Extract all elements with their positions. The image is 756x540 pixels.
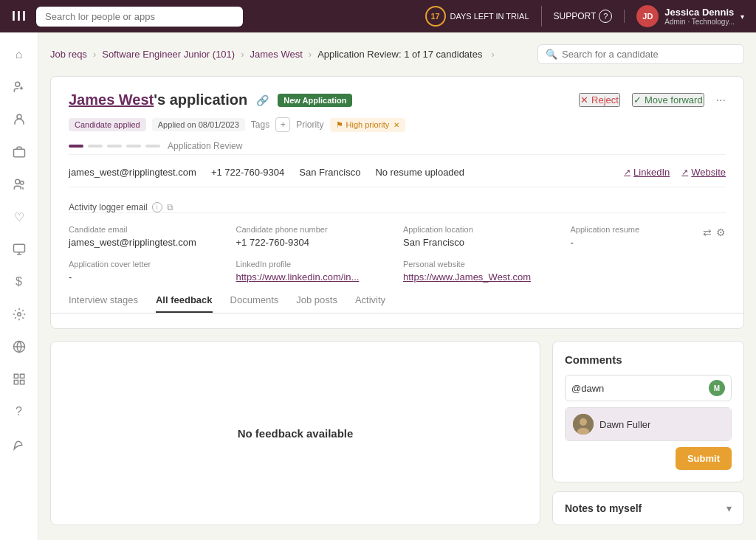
user-menu[interactable]: JD Jessica Dennis Admin · Technology... … [636,5,744,27]
svg-rect-10 [14,381,18,384]
logo-icon: III [12,9,27,24]
breadcrumb-candidate[interactable]: James West [250,49,303,60]
dawn-avatar-image [573,414,594,435]
svg-rect-11 [20,381,24,384]
sidebar-item-dollar[interactable]: $ [6,269,32,295]
tab-activity[interactable]: Activity [355,294,385,313]
candidate-search-input[interactable] [562,49,736,60]
stage-progress: Application Review [69,141,726,151]
stage-label: Application Review [168,141,242,151]
comments-card: Comments M [552,341,744,482]
sidebar-item-home[interactable]: ⌂ [6,41,32,68]
topbar: III 17 DAYS LEFT IN TRIAL SUPPORT ? JD J… [0,0,756,32]
notes-card[interactable]: Notes to myself ▾ [552,491,744,525]
checkmark-icon: ✓ [633,94,642,105]
activity-email-row: Activity logger email i ⧉ [69,196,726,212]
priority-tag: ⚑ High priority ✕ [330,118,406,132]
add-tag-button[interactable]: + [275,117,290,132]
tab-all-feedback[interactable]: All feedback [156,294,213,313]
search-icon: 🔍 [546,49,557,60]
svg-point-4 [20,181,24,185]
app-actions: ✕ Reject ✓ Move forward ··· [579,93,726,107]
mention-dropdown: Dawn Fuller [565,407,732,441]
detail-resume: Application resume - ⇄ ⚙ [571,225,726,248]
priority-flag-icon: ⚑ [336,120,343,130]
global-search-input[interactable] [36,7,243,27]
comments-title: Comments [565,353,732,366]
linkedin-link[interactable]: ↗ LinkedIn [624,167,670,178]
user-name: Jessica Dennis [664,7,735,18]
sidebar-item-add-person[interactable] [6,74,32,100]
content-row: No feedback available Comments M [50,341,744,525]
topbar-right: 17 DAYS LEFT IN TRIAL SUPPORT ? JD Jessi… [425,5,744,27]
breadcrumb-sep-3: › [309,49,312,60]
svg-rect-8 [14,374,18,378]
svg-point-1 [17,114,21,119]
candidate-name-link[interactable]: James West [69,91,154,108]
sidebar-item-settings[interactable] [6,301,32,328]
copy-icon[interactable]: ⧉ [167,202,173,212]
comment-input[interactable] [571,383,709,394]
sidebar-item-apps[interactable] [6,366,32,392]
layout: ⌂ ♡ $ ? [0,32,756,540]
commenter-avatar: M [709,380,725,396]
more-options-button[interactable]: ··· [716,94,726,107]
trial-days-circle: 17 [425,6,446,27]
tags-row: Candidate applied Applied on 08/01/2023 … [69,117,726,132]
breadcrumb-job-title[interactable]: Software Engineer Junior (101) [102,49,235,60]
link-icon[interactable]: 🔗 [256,94,269,106]
mention-name: Dawn Fuller [599,419,650,430]
avatar: JD [636,5,659,27]
external-link-icon: ↗ [624,167,630,177]
move-forward-button[interactable]: ✓ Move forward [632,93,704,107]
tab-documents[interactable]: Documents [230,294,279,313]
info-icon[interactable]: i [152,202,162,212]
svg-rect-2 [13,149,24,157]
stage-dot-2 [88,145,103,148]
detail-email: Candidate email james_west@ripplingtest.… [69,225,224,248]
priority-label: Priority [296,120,323,130]
sidebar-item-screen[interactable] [6,236,32,263]
sidebar-item-heart[interactable]: ♡ [6,204,32,230]
website-link[interactable]: ↗ Website [681,167,726,178]
tab-job-posts[interactable]: Job posts [296,294,337,313]
submit-comment-button[interactable]: Submit [676,447,732,470]
tabs-bar: Interview stages All feedback Documents … [51,294,743,314]
sidebar-item-help[interactable]: ? [6,398,32,425]
mention-item-dawn[interactable]: Dawn Fuller [566,408,731,440]
sidebar-item-globe[interactable] [6,333,32,360]
remove-priority-button[interactable]: ✕ [394,121,399,129]
svg-rect-5 [13,244,24,252]
external-link-icon-2: ↗ [681,167,688,177]
sidebar: ⌂ ♡ $ ? [0,32,38,540]
main-content: Job reqs › Software Engineer Junior (101… [38,32,756,540]
sidebar-item-person[interactable] [6,106,32,133]
support-button[interactable]: SUPPORT ? [554,10,625,23]
details-grid: Candidate email james_west@ripplingtest.… [69,212,726,294]
candidate-search-wrapper: 🔍 [537,44,744,64]
no-feedback-message: No feedback available [238,427,354,440]
detail-location: Application location San Francisco [403,225,559,248]
applied-date-tag: Applied on 08/01/2023 [152,118,245,131]
breadcrumb-nav-chevron[interactable]: › [491,49,494,60]
stage-dot-1 [69,145,83,148]
sidebar-item-briefcase[interactable] [6,139,32,165]
detail-cover-letter: Application cover letter - [69,260,224,283]
submit-row: Submit [565,447,732,470]
reject-button[interactable]: ✕ Reject [579,93,620,107]
sidebar-item-leaf[interactable] [6,431,32,457]
stage-dot-5 [145,145,160,148]
resume-upload-icon[interactable]: ⇄ [703,226,712,238]
resume-settings-icon[interactable]: ⚙ [716,226,726,238]
svg-point-0 [15,82,19,86]
tab-interview-stages[interactable]: Interview stages [69,294,138,313]
candidate-email: james_west@ripplingtest.com [69,167,196,178]
application-card: James West's application 🔗 New Applicati… [50,76,744,329]
breadcrumb-job-reqs[interactable]: Job reqs [50,49,87,60]
stage-dot-3 [107,145,122,148]
tabs-list: Interview stages All feedback Documents … [69,294,726,313]
chevron-down-icon: ▾ [726,502,732,514]
trial-badge: 17 DAYS LEFT IN TRIAL [425,6,542,27]
sidebar-item-group[interactable] [6,171,32,198]
status-tag: Candidate applied [69,118,146,131]
